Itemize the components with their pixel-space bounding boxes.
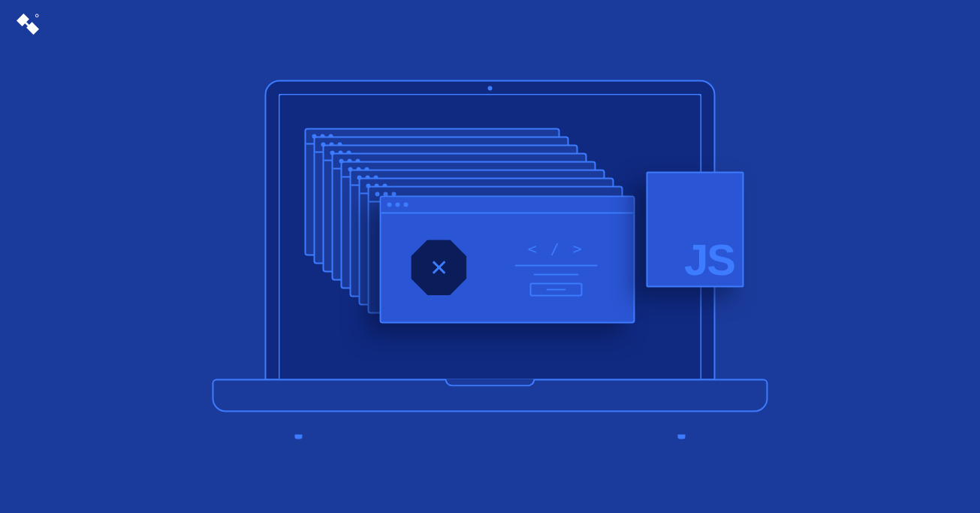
window-titlebar — [381, 197, 633, 213]
x-mark-icon: ✕ — [430, 255, 448, 281]
traffic-light-icon — [403, 202, 408, 207]
text-line-placeholder — [514, 264, 597, 266]
error-dialog-window: ✕ < / > — [379, 195, 635, 323]
error-stop-icon: ✕ — [411, 240, 466, 295]
laptop-base — [213, 379, 768, 412]
text-line-placeholder — [533, 273, 578, 275]
traffic-light-icon — [387, 202, 391, 207]
traffic-light-icon — [395, 202, 400, 207]
dialog-button-placeholder — [529, 282, 582, 296]
javascript-badge-label: JS — [684, 237, 734, 281]
illustration-stage: ✕ < / > JS — [0, 0, 980, 513]
javascript-badge: JS — [646, 171, 743, 287]
button-label-placeholder — [546, 288, 565, 290]
code-bracket-icon: < / > — [528, 239, 584, 257]
laptop-trackpad-notch — [445, 379, 535, 387]
laptop-feet — [213, 433, 768, 439]
laptop-camera-icon — [488, 86, 493, 91]
stacked-windows: ✕ < / > — [304, 128, 574, 342]
